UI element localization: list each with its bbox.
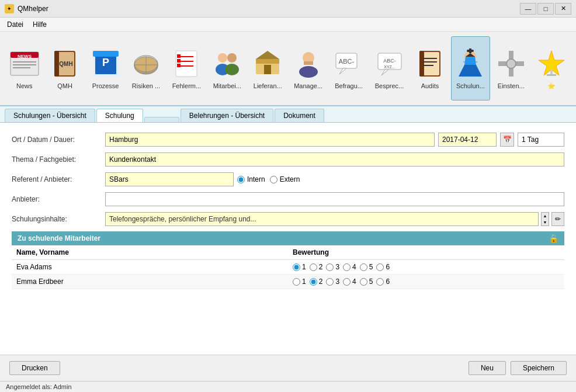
dauer-input[interactable] <box>518 133 564 147</box>
extern-radio-item[interactable]: Extern <box>270 175 300 183</box>
toolbar: NEWS News QMH QMH <box>0 32 576 106</box>
audits-icon <box>414 47 446 80</box>
titlebar: ✦ QMhelper — □ ✕ <box>0 0 576 18</box>
star-icon <box>535 47 568 80</box>
ort-input[interactable] <box>105 133 435 147</box>
rating-radio-1-2[interactable] <box>310 263 317 271</box>
schulun-btn[interactable]: Schulun... <box>451 36 490 100</box>
audits-btn[interactable]: Audits <box>410 36 449 100</box>
anbieter-input[interactable] <box>105 192 564 206</box>
mitarbei-btn[interactable]: Mitarbei... <box>207 36 247 100</box>
svg-rect-25 <box>177 64 181 67</box>
intern-radio-item[interactable]: Intern <box>237 175 265 183</box>
news-label: News <box>16 82 33 89</box>
rating-2-5[interactable]: 5 <box>360 277 373 286</box>
rating-radio-2-5[interactable] <box>360 278 367 286</box>
qmh-btn[interactable]: QMH QMH <box>45 36 84 100</box>
referent-row: Referent / Anbieter: Intern Extern <box>12 172 564 187</box>
svg-point-26 <box>218 53 227 63</box>
save-button[interactable]: Speichern <box>511 361 567 375</box>
print-button[interactable]: Drucken <box>9 361 60 375</box>
referent-fields: Intern Extern <box>105 172 564 186</box>
befragu-btn[interactable]: ABC- Befragu... <box>329 36 368 100</box>
prozesse-label: Prozesse <box>92 82 119 89</box>
rating-1-4[interactable]: 4 <box>343 263 356 271</box>
rating-1-1[interactable]: 1 <box>293 263 306 271</box>
rating-radio-2-3[interactable] <box>326 278 334 286</box>
rating-radio-2-2[interactable] <box>310 278 317 286</box>
svg-rect-3 <box>13 61 36 63</box>
ort-label: Ort / Datum / Dauer: <box>12 136 105 144</box>
manage-btn[interactable]: Manage... <box>289 36 328 100</box>
rating-radio-1-5[interactable] <box>360 263 367 271</box>
schulun-label: Schulun... <box>456 82 485 89</box>
mitarbei-icon <box>211 47 244 80</box>
rating-2-2[interactable]: 2 <box>310 277 323 286</box>
lock-icon[interactable]: 🔒 <box>549 234 558 243</box>
tab-overview[interactable]: Schulungen - Übersicht <box>5 109 95 122</box>
tab-belehrungen[interactable]: Belehrungen - Übersicht <box>181 109 273 122</box>
anbieter-label: Anbieter: <box>12 195 105 203</box>
rating-radio-1-4[interactable] <box>343 263 351 271</box>
svg-rect-55 <box>469 48 471 53</box>
prozesse-btn[interactable]: P Prozesse <box>86 36 125 100</box>
menubar: Datei Hilfe <box>0 18 576 32</box>
tab-empty[interactable] <box>144 117 179 122</box>
einsten-btn[interactable]: Einsten... <box>491 36 530 100</box>
menu-datei[interactable]: Datei <box>2 19 28 30</box>
rating-radio-1-6[interactable] <box>376 263 384 271</box>
rating-1-6[interactable]: 6 <box>376 263 390 271</box>
col-name: Name, Vorname <box>12 245 288 260</box>
employee-table: Name, Vorname Bewertung Eva Adams 1 2 3 <box>12 245 564 289</box>
audits-label: Audits <box>421 82 439 89</box>
thema-label: Thema / Fachgebiet: <box>12 155 105 164</box>
rating-2-4[interactable]: 4 <box>343 277 356 286</box>
rating-1-2[interactable]: 2 <box>310 263 323 271</box>
calendar-button[interactable]: 📅 <box>500 133 514 147</box>
rating-1-5[interactable]: 5 <box>360 263 373 271</box>
risiken-icon <box>130 47 162 80</box>
new-button[interactable]: Neu <box>469 361 506 375</box>
intern-label: Intern <box>247 175 265 183</box>
extern-radio[interactable] <box>270 176 277 183</box>
news-btn[interactable]: NEWS News <box>5 36 44 100</box>
content-wrapper: Schulungen - Übersicht Schulung Belehrun… <box>0 106 576 392</box>
rating-2-1[interactable]: 1 <box>293 277 306 286</box>
svg-rect-49 <box>423 65 433 66</box>
employee-rating-2: 1 2 3 4 5 6 <box>288 275 564 289</box>
risiken-btn[interactable]: Risiken ... <box>126 36 165 100</box>
close-button[interactable]: ✕ <box>555 3 571 15</box>
rating-radio-1-3[interactable] <box>326 263 334 271</box>
schulungsinhalte-value[interactable]: Telefongespräche, persönlicher Empfang u… <box>105 212 539 226</box>
rating-radio-2-1[interactable] <box>293 278 300 286</box>
besprec-btn[interactable]: ABC- XYZ... Besprec... <box>370 36 409 100</box>
rating-radio-2-6[interactable] <box>376 278 384 286</box>
scroll-down-btn[interactable]: ▼ <box>542 219 549 226</box>
svg-rect-8 <box>54 51 59 77</box>
edit-button[interactable]: ✏ <box>551 212 564 226</box>
tab-dokument[interactable]: Dokument <box>275 109 324 122</box>
bottom-right: Neu Speichern <box>469 361 567 375</box>
maximize-button[interactable]: □ <box>537 3 554 15</box>
rating-2-6[interactable]: 6 <box>376 277 390 286</box>
minimize-button[interactable]: — <box>520 3 536 15</box>
referent-label: Referent / Anbieter: <box>12 175 105 183</box>
fehlerm-btn[interactable]: Fehlerm... <box>167 36 206 100</box>
menu-hilfe[interactable]: Hilfe <box>28 19 51 30</box>
rating-radio-1-1[interactable] <box>293 263 300 271</box>
thema-input[interactable] <box>105 152 564 166</box>
svg-text:ABC-: ABC- <box>339 58 355 65</box>
datum-input[interactable] <box>438 133 497 147</box>
svg-rect-48 <box>423 61 437 63</box>
star-btn[interactable]: ⭐ <box>532 36 571 100</box>
rating-radio-2-4[interactable] <box>343 278 351 286</box>
ort-datum-row: Ort / Datum / Dauer: 📅 <box>12 132 564 147</box>
lieferan-btn[interactable]: Lieferan... <box>248 36 287 100</box>
scroll-up-btn[interactable]: ▲ <box>542 213 549 219</box>
rating-2-3[interactable]: 3 <box>326 277 339 286</box>
intern-radio[interactable] <box>237 176 245 183</box>
tab-schulung[interactable]: Schulung <box>96 109 143 122</box>
rating-1-3[interactable]: 3 <box>326 263 339 271</box>
referent-input[interactable] <box>105 172 234 186</box>
besprec-label: Besprec... <box>375 82 404 89</box>
